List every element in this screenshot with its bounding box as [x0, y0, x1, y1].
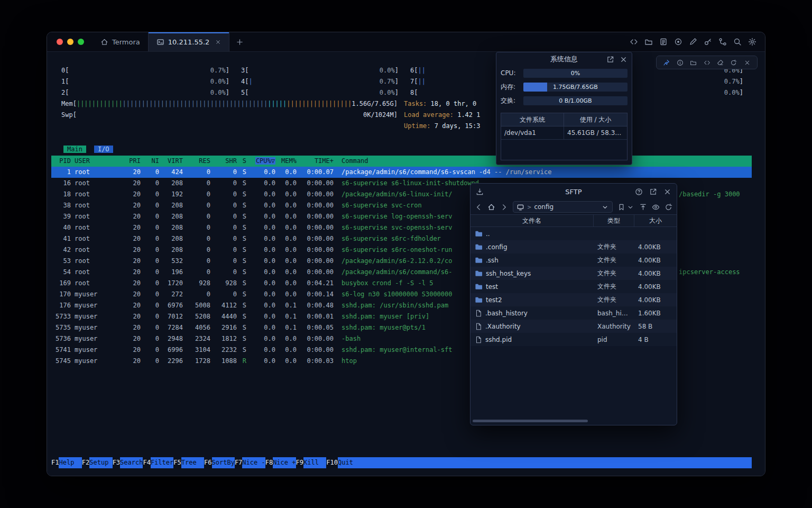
fkey-setup[interactable]: Setup — [89, 457, 112, 468]
branch-icon[interactable] — [718, 38, 727, 46]
close-tab-icon[interactable] — [215, 39, 221, 45]
tab-ssh-host[interactable]: 10.211.55.2 — [148, 32, 230, 51]
fkey-number: F5 — [173, 457, 181, 468]
help-icon[interactable] — [635, 188, 643, 196]
maximize-window-button[interactable] — [78, 39, 84, 45]
refresh-icon[interactable] — [730, 59, 737, 66]
file-name: .bash_history — [485, 310, 528, 317]
minimize-window-button[interactable] — [67, 39, 73, 45]
htop-tab-main[interactable]: Main — [63, 146, 86, 153]
open-in-window-icon[interactable] — [649, 188, 657, 196]
info-icon[interactable] — [677, 59, 684, 66]
fkey-search[interactable]: Search — [120, 457, 143, 468]
open-in-window-icon[interactable] — [606, 56, 614, 64]
forward-icon[interactable] — [500, 203, 508, 211]
folder-icon — [475, 283, 483, 291]
edit-icon[interactable] — [689, 38, 697, 46]
upload-icon[interactable] — [639, 203, 647, 211]
file-type: 文件夹 — [593, 269, 634, 278]
file-row[interactable]: .XauthorityXauthority58 B — [470, 320, 677, 333]
file-size: 4.00KB — [634, 283, 677, 291]
fkey-number: F6 — [204, 457, 211, 468]
fkey-kill[interactable]: Kill — [303, 457, 326, 468]
fkey-sortby[interactable]: SortBy — [212, 457, 235, 468]
fkey-quit[interactable]: Quit — [338, 457, 361, 468]
file-row[interactable]: .bash_historybash_hi…1.60KB — [470, 306, 677, 320]
sysinfo-titlebar: 系统信息 — [496, 52, 632, 66]
metric-label: CPU: — [501, 69, 523, 77]
process-row[interactable]: 1root20042400S0.00.00:00.07/package/admi… — [51, 167, 752, 178]
fkey-number: F4 — [143, 457, 150, 468]
fkey-tree[interactable]: Tree — [181, 457, 204, 468]
file-row[interactable]: .config文件夹4.00KB — [470, 240, 677, 253]
tab-bar: Termora 10.211.55.2 — [47, 32, 765, 52]
transfers-icon[interactable] — [476, 188, 484, 196]
key-icon[interactable] — [704, 38, 712, 46]
eraser-icon[interactable] — [717, 59, 724, 66]
folder-icon[interactable] — [644, 38, 653, 46]
home-icon — [100, 38, 108, 46]
swap-meter: Swp[0K/1024M] — [61, 110, 398, 121]
sysinfo-title: 系统信息 — [550, 55, 578, 64]
chevron-down-icon[interactable] — [601, 203, 609, 211]
file-row[interactable]: test2文件夹4.00KB — [470, 293, 677, 306]
code-icon[interactable] — [704, 59, 710, 66]
fkey-nice-[interactable]: Nice - — [242, 457, 265, 468]
refresh-icon[interactable] — [665, 203, 672, 211]
memory-meter: Mem[||||||||||||||||||||||||||||||||||||… — [61, 98, 398, 110]
folder-icon — [475, 243, 483, 251]
column-header-type[interactable]: 类型 — [593, 215, 634, 226]
tab-label: Termora — [112, 38, 140, 46]
bookmarks-button[interactable] — [617, 203, 634, 211]
file-name: ssh_host_keys — [486, 270, 531, 277]
filesystem-usage: 45.61GB / 58.3… — [564, 126, 627, 139]
column-header-size[interactable]: 大小 — [634, 215, 677, 226]
report-icon[interactable] — [659, 38, 668, 46]
window-controls — [47, 39, 93, 45]
process-table-header[interactable]: PIDUSERPRINIVIRTRESSHRSCPU%▽MEM%TIME+Com… — [51, 156, 752, 167]
filesystem-name: /dev/vda1 — [501, 126, 564, 139]
tab-termora[interactable]: Termora — [93, 32, 148, 51]
close-sftp-icon[interactable] — [663, 188, 671, 196]
title-toolbar — [630, 38, 765, 46]
close-panel-icon[interactable] — [620, 56, 628, 64]
file-name: .ssh — [486, 257, 499, 264]
folder-icon[interactable] — [690, 59, 697, 66]
pin-icon[interactable] — [663, 59, 670, 66]
cpu2-meter: 2[0.0%] — [61, 87, 229, 98]
home-dir-icon[interactable] — [487, 203, 495, 211]
fkey-number: F1 — [51, 457, 59, 468]
file-row[interactable]: .. — [470, 227, 677, 240]
command-overflow-text: ipcserver-access — [679, 267, 740, 278]
metric-value: 0 B/1.00GB — [523, 96, 628, 105]
file-type: 文件夹 — [593, 256, 634, 265]
show-hidden-icon[interactable] — [652, 203, 660, 211]
close-window-button[interactable] — [57, 39, 63, 45]
file-type: bash_hi… — [593, 310, 634, 317]
chevron-down-icon — [626, 203, 634, 211]
path-breadcrumb[interactable]: > config — [513, 201, 613, 213]
htop-tab-io[interactable]: I/O — [94, 146, 113, 153]
file-name: test2 — [486, 296, 502, 304]
folder-icon — [475, 296, 483, 304]
file-row[interactable]: ssh_host_keys文件夹4.00KB — [470, 267, 677, 280]
code-icon[interactable] — [630, 38, 638, 46]
fkey-filter[interactable]: Filter — [151, 457, 173, 468]
cpu1-meter: 1[0.0%] — [61, 76, 229, 87]
fkey-help[interactable]: Help — [59, 457, 81, 468]
file-row[interactable]: .ssh文件夹4.00KB — [470, 253, 677, 267]
back-icon[interactable] — [475, 203, 483, 211]
tasks-stat: Tasks: 18, 0 thr, 0 — [404, 98, 481, 110]
search-icon[interactable] — [733, 38, 742, 46]
sysinfo-panel: 系统信息 CPU:0%内存:1.75GB/7.65GB交换:0 B/1.00GB… — [496, 52, 632, 165]
settings-icon[interactable] — [748, 38, 756, 46]
record-icon[interactable] — [674, 38, 682, 46]
fkey-number: F3 — [113, 457, 120, 468]
file-row[interactable]: test文件夹4.00KB — [470, 280, 677, 293]
file-row[interactable]: sshd.pidpid4 B — [470, 333, 677, 346]
column-header-filename[interactable]: 文件名 — [470, 215, 593, 226]
horizontal-scrollbar[interactable] — [473, 420, 588, 422]
fkey-nice-[interactable]: Nice + — [273, 457, 296, 468]
close-icon[interactable] — [744, 59, 751, 66]
new-tab-button[interactable] — [236, 38, 244, 46]
